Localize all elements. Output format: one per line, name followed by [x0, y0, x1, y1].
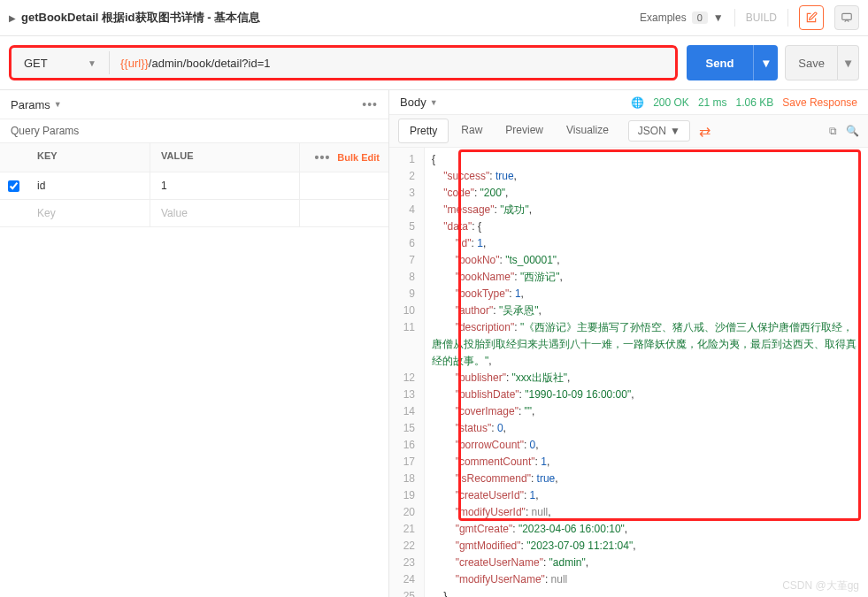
line-gutter: 1234567891011121314151617181920212223242…: [389, 148, 425, 597]
more-icon[interactable]: •••: [362, 97, 378, 111]
comment-icon[interactable]: [834, 5, 859, 30]
chevron-down-icon: ▼: [713, 11, 724, 24]
divider: [734, 9, 735, 27]
param-row: id 1: [0, 172, 388, 200]
param-value[interactable]: 1: [150, 172, 300, 199]
wrap-icon[interactable]: ⇄: [699, 123, 711, 140]
divider: [787, 9, 788, 27]
params-tab-label: Params: [11, 98, 50, 111]
examples-label: Examples: [640, 11, 687, 24]
send-dropdown[interactable]: ▼: [753, 45, 778, 80]
chevron-down-icon: ▼: [54, 100, 62, 109]
chevron-down-icon: ▼: [670, 125, 680, 137]
save-button[interactable]: Save: [785, 45, 838, 80]
response-body[interactable]: { "success": true, "code": "200", "messa…: [425, 148, 868, 597]
copy-icon[interactable]: ⧉: [829, 125, 837, 137]
method-value: GET: [24, 57, 48, 70]
url-variable: {{url}}: [120, 57, 149, 70]
col-key-header: KEY: [27, 143, 150, 172]
param-key-input[interactable]: Key: [27, 200, 150, 226]
edit-icon[interactable]: [799, 5, 824, 30]
chevron-down-icon: ▼: [430, 98, 438, 107]
tab-preview[interactable]: Preview: [495, 119, 554, 143]
more-icon[interactable]: •••: [315, 150, 331, 165]
body-tab[interactable]: Body ▼: [400, 96, 438, 109]
send-button[interactable]: Send: [687, 45, 754, 80]
body-tab-label: Body: [400, 96, 426, 109]
globe-icon[interactable]: 🌐: [631, 96, 644, 109]
tab-pretty[interactable]: Pretty: [398, 119, 449, 143]
params-table-header: KEY VALUE ••• Bulk Edit: [0, 142, 388, 172]
url-input[interactable]: {{url}}/admin/book/detail?id=1: [110, 57, 675, 70]
request-title: getBookDetail 根据id获取图书详情 - 基本信息: [21, 10, 260, 26]
col-value-header: VALUE: [150, 143, 300, 172]
method-select[interactable]: GET ▼: [12, 57, 109, 70]
status-time: 21 ms: [698, 96, 727, 109]
format-label: JSON: [638, 125, 666, 137]
save-dropdown[interactable]: ▼: [838, 45, 859, 80]
param-value-input[interactable]: Value: [150, 200, 300, 226]
collapse-icon[interactable]: ▶: [9, 13, 16, 23]
tab-visualize[interactable]: Visualize: [556, 119, 619, 143]
build-button[interactable]: BUILD: [746, 11, 777, 24]
param-checkbox[interactable]: [8, 180, 19, 192]
status-code: 200 OK: [653, 96, 689, 109]
url-path: /admin/book/detail?id=1: [149, 57, 271, 70]
status-size: 1.06 KB: [736, 96, 774, 109]
tab-raw[interactable]: Raw: [450, 119, 493, 143]
param-key[interactable]: id: [27, 172, 150, 199]
query-params-label: Query Params: [0, 119, 388, 142]
params-tab[interactable]: Params ▼: [11, 98, 62, 111]
save-response-link[interactable]: Save Response: [782, 96, 857, 109]
examples-count: 0: [692, 11, 708, 24]
param-row-empty: Key Value: [0, 200, 388, 227]
svg-rect-0: [842, 13, 852, 19]
format-select[interactable]: JSON ▼: [628, 120, 690, 142]
url-input-group: GET ▼ {{url}}/admin/book/detail?id=1: [9, 45, 678, 80]
search-icon[interactable]: 🔍: [846, 125, 859, 137]
chevron-down-icon: ▼: [88, 58, 96, 68]
bulk-edit-link[interactable]: Bulk Edit: [337, 152, 380, 163]
examples-dropdown[interactable]: Examples 0 ▼: [640, 11, 724, 24]
